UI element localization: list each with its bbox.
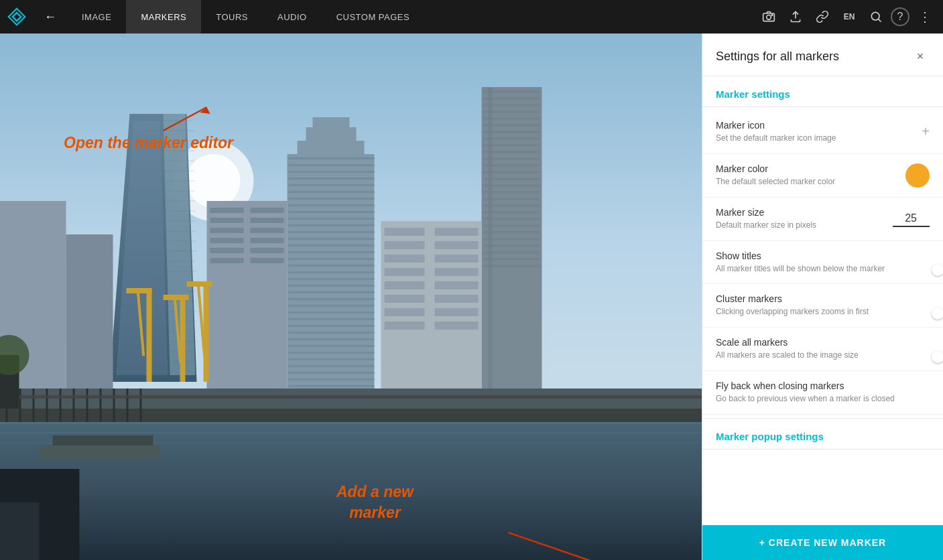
svg-rect-167 (140, 389, 142, 422)
svg-rect-29 (483, 204, 540, 207)
main-area: Open the marker editor Add a newmarker S… (0, 33, 943, 560)
nav-item-markers[interactable]: MARKERS (126, 0, 201, 33)
search-icon[interactable] (864, 5, 888, 29)
svg-rect-128 (289, 372, 375, 374)
svg-rect-138 (385, 281, 425, 289)
svg-rect-159 (33, 389, 35, 422)
svg-rect-15 (483, 111, 540, 113)
svg-point-4 (767, 15, 771, 20)
marker-size-row: Marker size Default marker size in pixel… (702, 198, 943, 241)
scale-markers-desc: All markers are scaled to the image size (716, 350, 923, 361)
show-titles-desc: All marker titles will be shown below th… (716, 263, 923, 275)
marker-color-desc: The default selected marker color (716, 176, 899, 188)
svg-rect-18 (483, 131, 540, 133)
svg-rect-156 (0, 409, 702, 422)
marker-color-info: Marker color The default selected marker… (716, 163, 899, 188)
svg-rect-81 (251, 248, 284, 253)
svg-rect-30 (483, 211, 540, 214)
settings-header: Settings for all markers × (702, 33, 943, 76)
svg-rect-161 (60, 389, 62, 422)
upload-icon[interactable] (783, 5, 808, 29)
settings-scroll-area[interactable]: Marker settings Marker icon Set the defa… (702, 76, 943, 525)
marker-size-control[interactable] (893, 211, 930, 227)
svg-rect-38 (483, 265, 540, 267)
svg-rect-71 (210, 208, 244, 213)
camera-icon[interactable] (757, 5, 781, 29)
svg-rect-98 (289, 171, 375, 173)
marker-size-info: Marker size Default marker size in pixel… (716, 207, 886, 231)
svg-rect-111 (289, 258, 375, 260)
marker-icon-desc: Set the default marker icon image (716, 133, 915, 144)
add-icon-button[interactable]: + (922, 124, 930, 139)
svg-rect-86 (180, 295, 186, 382)
city-svg (0, 33, 702, 560)
svg-rect-33 (483, 231, 540, 234)
svg-rect-127 (289, 365, 375, 367)
marker-size-desc: Default marker size in pixels (716, 220, 886, 231)
settings-panel: Settings for all markers × Marker settin… (702, 33, 943, 560)
close-button[interactable]: × (911, 47, 930, 66)
marker-color-control[interactable] (905, 163, 930, 188)
create-marker-button[interactable]: + CREATE NEW MARKER (702, 525, 943, 560)
svg-rect-104 (289, 211, 375, 213)
help-icon[interactable]: ? (891, 7, 909, 26)
svg-rect-123 (289, 338, 375, 340)
svg-rect-121 (289, 325, 375, 327)
svg-rect-26 (483, 184, 540, 187)
svg-rect-12 (483, 90, 540, 93)
scale-markers-row: Scale all markers All markers are scaled… (702, 328, 943, 371)
link-icon[interactable] (810, 5, 834, 29)
svg-rect-103 (289, 204, 375, 206)
svg-rect-162 (73, 389, 75, 422)
svg-rect-146 (435, 281, 479, 289)
svg-rect-27 (483, 191, 540, 194)
svg-rect-19 (483, 137, 540, 140)
nav-item-audio[interactable]: AUDIO (263, 0, 322, 33)
svg-rect-112 (289, 265, 375, 267)
svg-rect-140 (385, 308, 425, 316)
svg-rect-83 (147, 288, 152, 382)
svg-rect-147 (435, 295, 479, 303)
svg-rect-78 (251, 218, 284, 223)
svg-point-5 (771, 15, 773, 16)
nav-item-image[interactable]: IMAGE (67, 0, 126, 33)
svg-rect-120 (289, 318, 375, 320)
svg-rect-129 (289, 378, 375, 380)
marker-settings-title: Marker settings (702, 76, 943, 107)
scale-markers-label: Scale all markers (716, 337, 923, 348)
svg-rect-153 (0, 422, 702, 424)
svg-rect-143 (435, 241, 479, 249)
top-nav: ← IMAGE MARKERS TOURS AUDIO CUSTOM PAGES… (0, 0, 943, 33)
nav-item-custom-pages[interactable]: CUSTOM PAGES (322, 0, 425, 33)
popup-settings-title: Marker popup settings (702, 418, 943, 449)
svg-rect-21 (483, 151, 540, 153)
svg-rect-77 (251, 208, 284, 213)
svg-rect-141 (385, 322, 425, 330)
svg-rect-164 (100, 389, 102, 422)
more-icon[interactable]: ⋮ (912, 5, 936, 29)
svg-rect-96 (289, 157, 375, 159)
marker-size-input[interactable] (893, 211, 930, 227)
svg-rect-24 (483, 171, 540, 173)
cluster-markers-info: Cluster markers Clicking overlapping mar… (716, 293, 923, 318)
svg-rect-160 (46, 389, 48, 422)
marker-icon-control[interactable]: + (922, 124, 930, 139)
logo[interactable] (0, 0, 34, 33)
svg-rect-89 (204, 281, 209, 382)
svg-rect-122 (289, 332, 375, 334)
color-picker[interactable] (905, 163, 930, 188)
nav-item-tours[interactable]: TOURS (201, 0, 263, 33)
fly-back-row: Fly back when closing markers Go back to… (702, 371, 943, 415)
svg-rect-100 (289, 184, 375, 186)
svg-rect-145 (435, 268, 479, 276)
marker-icon-row: Marker icon Set the default marker icon … (702, 111, 943, 154)
svg-rect-95 (313, 117, 350, 131)
back-button[interactable]: ← (34, 0, 67, 33)
svg-rect-97 (289, 164, 375, 166)
svg-rect-99 (289, 178, 375, 180)
svg-rect-118 (289, 305, 375, 307)
svg-rect-116 (289, 291, 375, 293)
svg-rect-25 (483, 178, 540, 180)
language-selector[interactable]: EN (837, 5, 861, 29)
svg-rect-148 (435, 308, 479, 316)
